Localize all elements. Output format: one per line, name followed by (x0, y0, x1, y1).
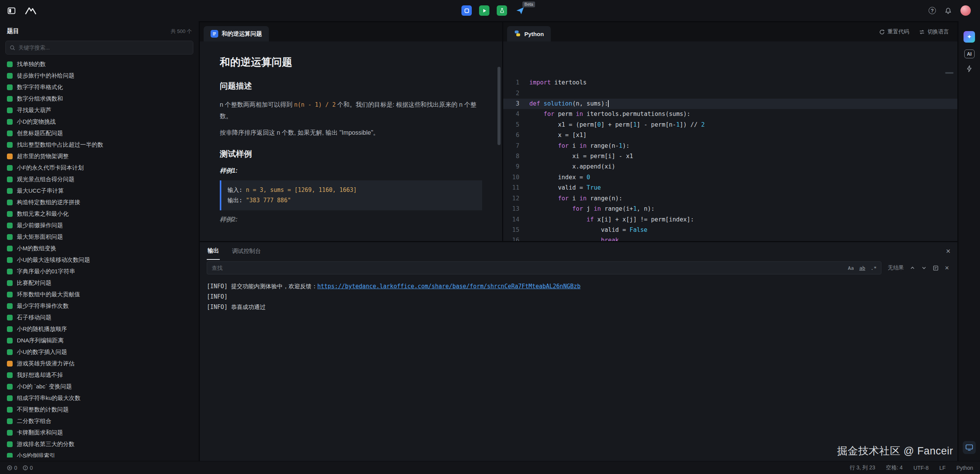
search-box[interactable] (5, 41, 193, 55)
run-tests-button[interactable] (497, 5, 507, 16)
code-line[interactable]: 11 valid = True (503, 183, 957, 193)
code-line[interactable]: 14 if x[i] + x[j] != perm[index]: (503, 215, 957, 225)
encoding-setting[interactable]: UTF-8 (913, 465, 929, 471)
error-count[interactable]: 0 (7, 465, 17, 471)
user-avatar[interactable] (960, 5, 971, 16)
problem-list-item[interactable]: 数组元素之和最小化 (0, 208, 199, 220)
difficulty-icon (7, 73, 13, 79)
problem-list-item[interactable]: 徒步旅行中的补给问题 (0, 70, 199, 81)
code-line[interactable]: 4 for perm in itertools.permutations(sum… (503, 109, 957, 119)
reset-code-button[interactable]: 重置代码 (879, 28, 909, 35)
language-tab[interactable]: Python (507, 26, 551, 41)
code-line[interactable]: 12 for i in range(n): (503, 193, 957, 204)
find-previous-icon[interactable] (910, 265, 915, 271)
problem-list-item[interactable]: 构造特定数组的逆序拼接 (0, 197, 199, 208)
editor-scrollbar[interactable] (945, 72, 954, 74)
switch-icon (919, 29, 925, 35)
code-line[interactable]: 7 for i in range(n-1): (503, 141, 957, 151)
tab-debug-console[interactable]: 调试控制台 (231, 243, 262, 259)
problem-list-item[interactable]: 小M的数组变换 (0, 243, 199, 254)
find-next-icon[interactable] (921, 265, 927, 271)
problem-list-item[interactable]: 小D的 `abc` 变换问题 (0, 381, 199, 392)
close-find-icon[interactable]: × (945, 264, 949, 272)
problem-list-item[interactable]: 我好想逃却逃不掉 (0, 369, 199, 381)
code-line[interactable]: 10 index = 0 (503, 172, 957, 183)
ai-badge[interactable]: AI (964, 50, 975, 58)
run-button[interactable] (479, 5, 489, 16)
problem-list-item[interactable]: 石子移动问题 (0, 312, 199, 323)
error-icon (7, 465, 12, 471)
code-line[interactable]: 6 x = [x1] (503, 130, 957, 140)
difficulty-icon (7, 338, 13, 344)
problem-item-label: 小D的宠物挑战 (17, 118, 56, 126)
log-link[interactable]: https://bytedance.larkoffice.com/share/b… (317, 283, 580, 290)
problem-list-item[interactable]: 找出整型数组中占比超过一半的数 (0, 139, 199, 150)
problem-list-item[interactable]: 寻找最大葫芦 (0, 104, 199, 116)
code-line[interactable]: 15 valid = False (503, 225, 957, 235)
help-icon[interactable]: ? (929, 7, 936, 14)
problem-list-item[interactable]: 不同整数的计数问题 (0, 404, 199, 415)
problem-list-item[interactable]: 游戏英雄升级潜力评估 (0, 358, 199, 369)
problem-list-item[interactable]: 超市里的货物架调整 (0, 150, 199, 162)
problem-list-item[interactable]: 数字分组求偶数和 (0, 93, 199, 104)
problem-list-item[interactable]: 环形数组中的最大贡献值 (0, 289, 199, 300)
lightning-icon[interactable] (966, 65, 972, 72)
problem-list-item[interactable]: 小U的最大连续移动次数问题 (0, 254, 199, 266)
problem-list-item[interactable]: 组成字符串ku的最大次数 (0, 392, 199, 404)
status-bar: 0 0 行 3, 列 23 空格: 4 UTF-8 LF Python (0, 461, 980, 474)
regex-toggle[interactable]: .* (871, 265, 877, 271)
problem-list-item[interactable]: 最少前缀操作问题 (0, 220, 199, 231)
code-line[interactable]: 2 (503, 88, 957, 99)
indentation-setting[interactable]: 空格: 4 (886, 464, 903, 471)
problem-list-item[interactable]: 小R的随机播放顺序 (0, 323, 199, 335)
problem-list-item[interactable]: 找单独的数 (0, 58, 199, 70)
problem-list-item[interactable]: 比赛配对问题 (0, 277, 199, 289)
code-line[interactable]: 1import itertools (503, 78, 957, 88)
description-scrollbar[interactable] (497, 67, 501, 145)
problem-list-item[interactable]: 小S的倒排索引 (0, 450, 199, 457)
problem-list-item[interactable]: DNA序列编辑距离 (0, 335, 199, 346)
problem-list-item[interactable]: 小U的数字插入问题 (0, 346, 199, 358)
switch-language-button[interactable]: 切换语言 (919, 28, 949, 35)
code-line[interactable]: 5 x1 = (perm[0] + perm[1] - perm[n-1]) /… (503, 120, 957, 130)
problem-list-item[interactable]: 卡牌翻面求和问题 (0, 427, 199, 438)
match-case-toggle[interactable]: Aa (848, 265, 854, 271)
close-panel-icon[interactable]: × (946, 247, 950, 255)
editor-code[interactable]: 1import itertools23def solution(n, sums)… (503, 41, 957, 241)
problem-list-item[interactable]: 最大矩形面积问题 (0, 231, 199, 243)
problem-list-item[interactable]: 字典序最小的01字符串 (0, 266, 199, 277)
warning-count[interactable]: 0 (23, 465, 33, 471)
code-line[interactable]: 3def solution(n, sums): (503, 99, 957, 109)
find-in-selection-icon[interactable] (933, 265, 939, 271)
problem-list-item[interactable]: 观光景点组合得分问题 (0, 173, 199, 185)
code-line[interactable]: 8 xi = perm[i] - x1 (503, 151, 957, 162)
problem-list-item[interactable]: 数字字符串格式化 (0, 81, 199, 93)
problem-list-item[interactable]: 游戏排名第三大的分数 (0, 438, 199, 450)
problem-tab[interactable]: 和的逆运算问题 (204, 26, 269, 41)
find-input-box[interactable]: Aa ab .* (207, 261, 881, 274)
problem-list-item[interactable]: 小D的宠物挑战 (0, 116, 199, 127)
problem-item-label: 最少字符串操作次数 (17, 302, 69, 310)
problem-list-item[interactable]: 最少字符串操作次数 (0, 300, 199, 312)
tab-output[interactable]: 输出 (207, 243, 220, 260)
problem-list-item[interactable]: 二分数字组合 (0, 415, 199, 427)
search-input[interactable] (18, 45, 189, 51)
problem-list-item[interactable]: 创意标题匹配问题 (0, 127, 199, 139)
debug-button[interactable] (461, 5, 472, 16)
sidebar-toggle-icon[interactable] (7, 6, 16, 15)
problem-list-item[interactable]: 最大UCC子串计算 (0, 185, 199, 197)
find-input[interactable] (212, 265, 843, 271)
app-logo-icon[interactable] (25, 6, 37, 15)
code-line[interactable]: 16 break (503, 235, 957, 241)
submit-button[interactable]: Beta (514, 5, 526, 17)
eol-setting[interactable]: LF (939, 465, 945, 471)
whole-word-toggle[interactable]: ab (859, 265, 865, 271)
language-mode[interactable]: Python (956, 465, 973, 471)
ai-assistant-icon[interactable]: ✦ (964, 31, 975, 43)
device-preview-icon[interactable] (963, 441, 976, 454)
code-line[interactable]: 9 x.append(xi) (503, 162, 957, 172)
code-line[interactable]: 13 for j in range(i+1, n): (503, 204, 957, 214)
problem-list-item[interactable]: 小F的永久代币卡回本计划 (0, 162, 199, 173)
cursor-position[interactable]: 行 3, 列 23 (850, 464, 875, 471)
notifications-bell-icon[interactable] (944, 7, 952, 15)
